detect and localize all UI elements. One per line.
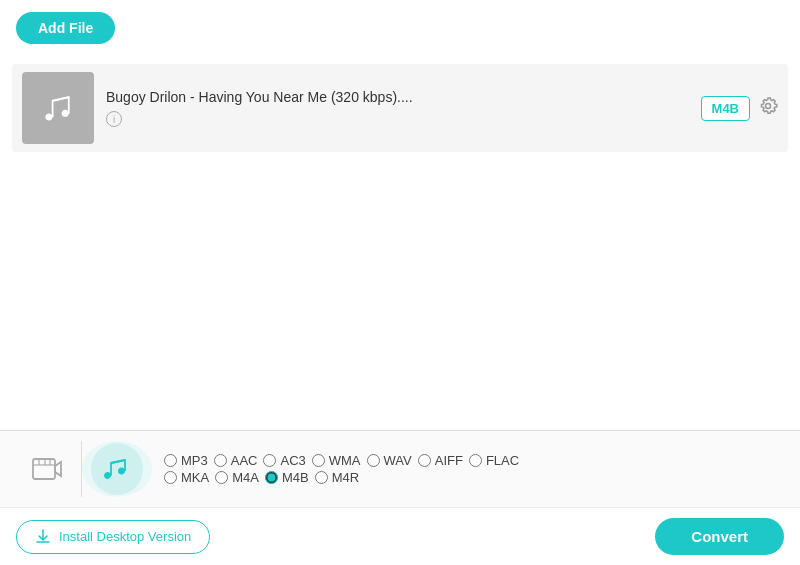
file-name: Bugoy Drilon - Having You Near Me (320 k… — [106, 89, 689, 105]
info-icon[interactable]: i — [106, 111, 122, 127]
format-m4r[interactable]: M4R — [315, 470, 359, 485]
bottom-panel: MP3 AAC AC3 WMA WAV — [0, 430, 800, 565]
format-aiff[interactable]: AIFF — [418, 453, 463, 468]
header: Add File — [0, 0, 800, 56]
add-file-button[interactable]: Add File — [16, 12, 115, 44]
format-m4b[interactable]: M4B — [265, 470, 309, 485]
audio-tab-icon — [103, 455, 131, 483]
action-bar: Install Desktop Version Convert — [0, 507, 800, 565]
format-wma[interactable]: WMA — [312, 453, 361, 468]
video-tab-icon — [31, 453, 63, 485]
format-flac[interactable]: FLAC — [469, 453, 519, 468]
gear-icon — [758, 96, 778, 116]
format-m4a[interactable]: M4A — [215, 470, 259, 485]
download-icon — [35, 529, 51, 545]
install-label: Install Desktop Version — [59, 529, 191, 544]
file-actions: M4B — [701, 96, 778, 121]
music-icon — [40, 90, 76, 126]
format-aac[interactable]: AAC — [214, 453, 258, 468]
install-desktop-button[interactable]: Install Desktop Version — [16, 520, 210, 554]
tab-audio-inner — [91, 443, 143, 495]
file-info: Bugoy Drilon - Having You Near Me (320 k… — [106, 89, 689, 128]
file-item: Bugoy Drilon - Having You Near Me (320 k… — [12, 64, 788, 152]
format-badge-button[interactable]: M4B — [701, 96, 750, 121]
tab-video[interactable] — [12, 441, 82, 497]
convert-button[interactable]: Convert — [655, 518, 784, 555]
tab-audio[interactable] — [82, 441, 152, 497]
format-mka[interactable]: MKA — [164, 470, 209, 485]
format-mp3[interactable]: MP3 — [164, 453, 208, 468]
file-list: Bugoy Drilon - Having You Near Me (320 k… — [0, 56, 800, 430]
format-ac3[interactable]: AC3 — [263, 453, 305, 468]
svg-rect-0 — [33, 459, 55, 479]
format-wav[interactable]: WAV — [367, 453, 412, 468]
settings-button[interactable] — [758, 96, 778, 121]
format-selector: MP3 AAC AC3 WMA WAV — [0, 431, 800, 507]
file-thumbnail — [22, 72, 94, 144]
